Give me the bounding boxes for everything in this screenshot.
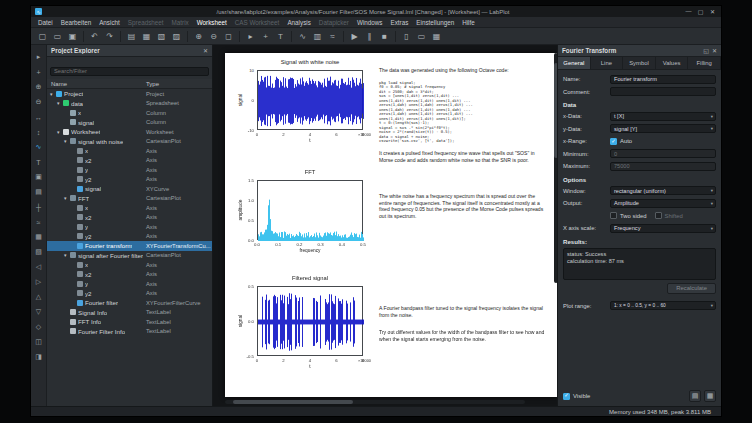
tree-row-x2[interactable]: x2Axis bbox=[47, 213, 212, 223]
auto-scale-x-icon[interactable]: ◫ bbox=[33, 336, 45, 348]
add-legend-icon[interactable]: ▥ bbox=[311, 30, 324, 43]
play-icon[interactable]: ▶ bbox=[348, 30, 361, 43]
tree-row-y2[interactable]: y2Axis bbox=[47, 289, 212, 299]
tree-row-y2[interactable]: y2Axis bbox=[47, 232, 212, 242]
tree-row-y[interactable]: yAxis bbox=[47, 165, 212, 175]
tree-row-worksheet[interactable]: ▾WorksheetWorksheet bbox=[47, 127, 212, 137]
add-curve-tool-icon[interactable]: ≈ bbox=[33, 216, 45, 228]
search-input[interactable] bbox=[50, 67, 209, 76]
tree-row-fourier-filter-info[interactable]: Fourier Filter InfoTextLabel bbox=[47, 327, 212, 337]
visible-checkbox[interactable]: ✓ bbox=[563, 393, 570, 400]
add-image-tool-icon[interactable]: ▣ bbox=[33, 171, 45, 183]
crosshair-tool-icon[interactable]: + bbox=[33, 66, 45, 78]
recalculate-button[interactable]: Recalculate bbox=[667, 283, 716, 294]
menu-item-einstellungen[interactable]: Einstellungen bbox=[412, 19, 458, 26]
new-spreadsheet-icon[interactable]: ▤ bbox=[125, 30, 138, 43]
tree-row-data[interactable]: ▾dataSpreadsheet bbox=[47, 99, 212, 109]
y-data-select[interactable]: signal [Y] ▾ bbox=[610, 124, 716, 133]
zoom-out-tool-icon[interactable]: ⊖ bbox=[33, 96, 45, 108]
maximize-button[interactable]: ▢ bbox=[696, 8, 705, 15]
menu-item-ansicht[interactable]: Ansicht bbox=[95, 19, 124, 26]
menu-item-analysis[interactable]: Analysis bbox=[283, 19, 314, 26]
morse-description-text[interactable]: It creates a pulsed fixed frequency sine… bbox=[379, 150, 545, 163]
name-column-header[interactable]: Name bbox=[47, 81, 67, 87]
menu-item-bearbeiten[interactable]: Bearbeiten bbox=[57, 19, 95, 26]
tab-general[interactable]: General bbox=[558, 57, 591, 69]
minimize-button[interactable]: — bbox=[684, 8, 693, 15]
new-project-icon[interactable]: ▢ bbox=[36, 30, 49, 43]
new-matrix-icon[interactable]: ▦ bbox=[140, 30, 153, 43]
shift-down-icon[interactable]: ▽ bbox=[33, 306, 45, 318]
tree-row-signal[interactable]: signalXYCurve bbox=[47, 184, 212, 194]
output-select[interactable]: Amplitude ▾ bbox=[610, 199, 716, 208]
horizontal-scrollbar-thumb[interactable] bbox=[233, 400, 353, 404]
shift-up-icon[interactable]: △ bbox=[33, 291, 45, 303]
menu-item-extras[interactable]: Extras bbox=[386, 19, 412, 26]
add-legend-tool-icon[interactable]: ▤ bbox=[33, 186, 45, 198]
pause-icon[interactable]: ∥ bbox=[363, 30, 376, 43]
menu-item-worksheet[interactable]: Worksheet bbox=[193, 19, 231, 26]
signal-with-noise-plot[interactable]: Signal with white noisesignal100-1002468… bbox=[233, 59, 373, 147]
x-data-select[interactable]: t [X] ▾ bbox=[610, 112, 716, 121]
tree-row-fft-info[interactable]: FFT InfoTextLabel bbox=[47, 317, 212, 327]
save-project-icon[interactable]: ▣ bbox=[66, 30, 79, 43]
layout-horizontal-icon[interactable]: ▭ bbox=[415, 30, 428, 43]
tree-row-y2[interactable]: y2Axis bbox=[47, 175, 212, 185]
octave-code[interactable]: pkg load signal;f0 = 0.05; # signal freq… bbox=[379, 81, 545, 144]
worksheet-page[interactable]: Signal with white noisesignal100-1002468… bbox=[225, 53, 557, 397]
tree-row-x2[interactable]: x2Axis bbox=[47, 270, 212, 280]
export-plot-icon[interactable]: ▦ bbox=[704, 390, 716, 402]
tree-row-y[interactable]: yAxis bbox=[47, 279, 212, 289]
title-bar[interactable]: ∿ /usr/share/labplot2/examples/Analysis/… bbox=[31, 6, 721, 17]
zoom-in-tool-icon[interactable]: ⊕ bbox=[33, 81, 45, 93]
tree-row-x[interactable]: xAxis bbox=[47, 203, 212, 213]
crosshair-mode-icon[interactable]: + bbox=[259, 30, 272, 43]
tree-row-fourier-transform[interactable]: Fourier transformXYFourierTransformCu... bbox=[47, 241, 212, 251]
auto-scale-y-icon[interactable]: ◨ bbox=[33, 351, 45, 363]
tree-row-x2[interactable]: x2Axis bbox=[47, 156, 212, 166]
filtered-signal-plot[interactable]: Filtered signalsignal0.50.0-0.502468t×10… bbox=[233, 275, 373, 373]
type-column-header[interactable]: Type bbox=[146, 81, 159, 87]
filter-description-text[interactable]: A Fourier bandpass filter tuned to the s… bbox=[379, 305, 545, 318]
octave-intro-text[interactable]: The data was generated using the followi… bbox=[379, 67, 545, 74]
auto-scale-icon[interactable]: ◇ bbox=[33, 321, 45, 333]
zoom-fit-icon[interactable]: ◻ bbox=[222, 30, 235, 43]
select-mode-icon[interactable]: ▸ bbox=[244, 30, 257, 43]
cursor-arrow-tool-icon[interactable]: ▸ bbox=[33, 51, 45, 63]
two-sided-checkbox[interactable] bbox=[610, 212, 617, 219]
stop-icon[interactable]: ■ bbox=[378, 30, 391, 43]
zoom-in-icon[interactable]: ⊕ bbox=[192, 30, 205, 43]
tab-symbol[interactable]: Symbol bbox=[623, 57, 656, 69]
tree-row-project[interactable]: ▾ProjectProject bbox=[47, 89, 212, 99]
new-note-icon[interactable]: ▨ bbox=[170, 30, 183, 43]
layout-tool-icon[interactable]: ▧ bbox=[33, 246, 45, 258]
tryout-text[interactable]: Try out different values for the width o… bbox=[379, 329, 545, 342]
undo-icon[interactable]: ↶ bbox=[88, 30, 101, 43]
tree-row-signal-with-noise[interactable]: ▾signal with noiseCartesianPlot bbox=[47, 137, 212, 147]
fft-plot[interactable]: FFTamplitude1.51.00.50.00.00.10.20.30.40… bbox=[233, 169, 373, 257]
new-worksheet-icon[interactable]: ▧ bbox=[155, 30, 168, 43]
close-icon[interactable]: ✕ bbox=[203, 47, 208, 54]
float-icon[interactable]: ◱ bbox=[703, 47, 709, 54]
zoom-out-icon[interactable]: ⊖ bbox=[207, 30, 220, 43]
tab-line[interactable]: Line bbox=[591, 57, 624, 69]
add-text-tool-icon[interactable]: T bbox=[33, 156, 45, 168]
zoom-y-tool-icon[interactable]: ↕ bbox=[33, 126, 45, 138]
horizontal-scrollbar[interactable] bbox=[225, 400, 525, 404]
tree-row-fourier-filter[interactable]: Fourier filterXYFourierFilterCurve bbox=[47, 298, 212, 308]
close-button[interactable]: ✕ bbox=[708, 8, 717, 15]
tree-row-x[interactable]: xAxis bbox=[47, 260, 212, 270]
comment-input[interactable] bbox=[610, 87, 716, 96]
shift-right-icon[interactable]: ▷ bbox=[33, 276, 45, 288]
tree-row-y[interactable]: yAxis bbox=[47, 222, 212, 232]
add-plot-tool-icon[interactable]: ∿ bbox=[33, 141, 45, 153]
grid-tool-icon[interactable]: ▦ bbox=[33, 231, 45, 243]
auto-checkbox[interactable]: ✓ bbox=[610, 138, 617, 145]
x-axis-scale-select[interactable]: Frequency ▾ bbox=[610, 224, 716, 233]
redo-icon[interactable]: ↷ bbox=[103, 30, 116, 43]
menu-item-datei[interactable]: Datei bbox=[34, 19, 57, 26]
tree-row-x[interactable]: xColumn bbox=[47, 108, 212, 118]
tree-row-signal-after-fourier-filter[interactable]: ▾signal after Fourier filterCartesianPlo… bbox=[47, 251, 212, 261]
fft-description-text[interactable]: The white noise has a frequency spectrum… bbox=[379, 193, 545, 219]
tree-row-signal-info[interactable]: Signal InfoTextLabel bbox=[47, 308, 212, 318]
